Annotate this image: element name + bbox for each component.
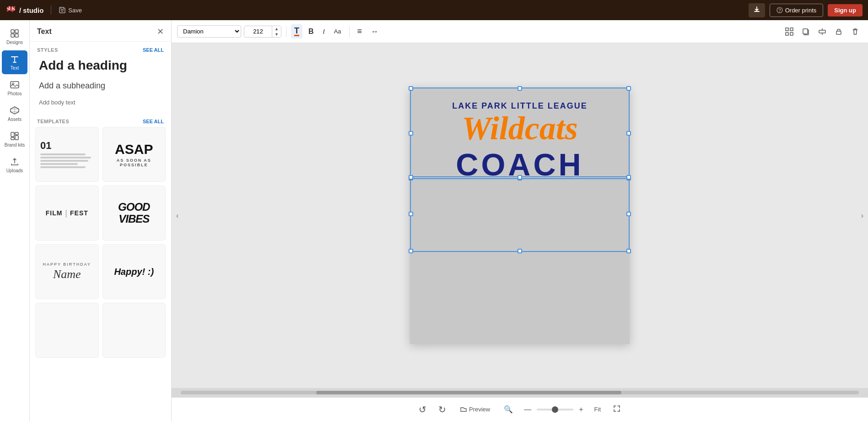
signup-button[interactable]: Sign up bbox=[828, 4, 863, 16]
sidebar-label-brand: Brand kits bbox=[5, 142, 25, 148]
canvas-arrow-left[interactable]: ‹ bbox=[173, 208, 182, 224]
zoom-search-button[interactable]: 🔍 bbox=[500, 403, 517, 416]
italic-button[interactable]: I bbox=[319, 25, 328, 38]
scrollbar-track[interactable] bbox=[181, 391, 859, 394]
tmpl-gv-line2: VIBES bbox=[118, 213, 150, 225]
svg-point-2 bbox=[779, 11, 780, 12]
scrollbar-thumb bbox=[316, 391, 621, 394]
templates-label: TEMPLATES bbox=[37, 119, 69, 124]
lock-button[interactable] bbox=[831, 25, 846, 38]
template-goodvibes[interactable]: GOOD VIBES bbox=[102, 186, 166, 241]
svg-rect-18 bbox=[803, 29, 808, 34]
template-placeholder-7[interactable] bbox=[35, 303, 99, 358]
top-nav: / studio Save Order prints Sign u bbox=[0, 0, 868, 20]
sidebar-label-uploads: Uploads bbox=[6, 168, 23, 173]
preview-label: Preview bbox=[469, 406, 490, 413]
tmpl-line-4 bbox=[40, 163, 78, 165]
font-size-up[interactable]: ▲ bbox=[272, 26, 281, 32]
order-prints-button[interactable]: Order prints bbox=[770, 4, 824, 17]
see-all-styles-button[interactable]: SEE ALL bbox=[143, 47, 164, 53]
template-asap[interactable]: ASAP AS SOON AS POSSIBLE bbox=[102, 127, 166, 182]
sidebar-label-designs: Designs bbox=[6, 40, 23, 45]
styles-section-header: STYLES SEE ALL bbox=[30, 42, 171, 55]
tmpl-lines bbox=[40, 153, 94, 168]
template-birthday-content: HAPPY BIRTHDAY Name bbox=[43, 262, 91, 281]
template-numbered-content: 01 bbox=[36, 135, 98, 174]
svg-rect-22 bbox=[836, 31, 841, 34]
template-placeholder-8[interactable] bbox=[102, 303, 166, 358]
align-button[interactable]: ≡ bbox=[354, 24, 366, 38]
expand-button[interactable] bbox=[609, 403, 625, 416]
sidebar-item-photos[interactable]: Photos bbox=[2, 76, 27, 100]
font-select[interactable]: Damion bbox=[177, 25, 241, 38]
template-happysmiley-content: Happy! :) bbox=[114, 267, 154, 277]
tmpl-filmfest-text2: FEST bbox=[70, 209, 88, 217]
font-size-arrows: ▲ ▼ bbox=[272, 26, 281, 37]
download-button[interactable] bbox=[749, 3, 765, 17]
tmpl-num: 01 bbox=[40, 140, 94, 152]
distribute-button[interactable] bbox=[815, 25, 830, 38]
svg-rect-12 bbox=[11, 137, 14, 140]
template-asap-content: ASAP AS SOON AS POSSIBLE bbox=[103, 142, 166, 167]
save-label: Save bbox=[68, 7, 82, 14]
close-panel-button[interactable]: ✕ bbox=[157, 27, 164, 37]
preview-button[interactable]: Preview bbox=[456, 404, 494, 416]
font-size-input[interactable] bbox=[244, 26, 272, 37]
save-button[interactable]: Save bbox=[59, 6, 82, 14]
sidebar-item-uploads[interactable]: Uploads bbox=[2, 153, 27, 177]
toolbar-divider-1 bbox=[286, 26, 286, 37]
sidebar-item-brand-kits[interactable]: Brand kits bbox=[2, 127, 27, 151]
sidebar-item-text[interactable]: Text bbox=[2, 50, 27, 74]
order-prints-label: Order prints bbox=[785, 7, 817, 14]
style-options: Add a heading Add a subheading Add body … bbox=[30, 55, 171, 109]
templates-grid: 01 ASAP AS SOON AS POSSIBLE bbox=[30, 127, 171, 363]
font-size-down[interactable]: ▼ bbox=[272, 32, 281, 37]
tmpl-gv-line1: GOOD bbox=[118, 201, 150, 213]
tmpl-line-2 bbox=[40, 157, 91, 159]
text-color-button[interactable]: T bbox=[291, 24, 302, 38]
case-button[interactable]: Aa bbox=[331, 26, 345, 37]
wildcats-text[interactable]: Wildcats bbox=[462, 112, 577, 145]
sidebar-item-assets[interactable]: Assets bbox=[2, 102, 27, 126]
toolbar-right bbox=[782, 25, 863, 38]
fit-button[interactable]: Fit bbox=[591, 404, 604, 415]
zoom-out-button[interactable]: — bbox=[521, 405, 534, 415]
coach-text[interactable]: COACH bbox=[456, 147, 583, 182]
body-style[interactable]: Add body text bbox=[35, 96, 166, 109]
toolbar: Damion ▲ ▼ T B I Aa ≡ ↔ bbox=[172, 20, 868, 43]
main-layout: Designs Text Photos Assets bbox=[0, 20, 868, 421]
tmpl-bday-name: Name bbox=[43, 268, 91, 281]
template-filmfest[interactable]: FILM | FEST bbox=[35, 186, 99, 241]
sidebar-label-photos: Photos bbox=[7, 91, 22, 96]
zoom-slider[interactable] bbox=[537, 409, 573, 410]
canvas-arrow-right[interactable]: › bbox=[857, 208, 867, 224]
svg-rect-4 bbox=[15, 30, 18, 33]
redo-button[interactable]: ↻ bbox=[435, 402, 450, 417]
tmpl-bday-top: HAPPY BIRTHDAY bbox=[43, 262, 91, 267]
delete-button[interactable] bbox=[848, 25, 863, 38]
league-name-text[interactable]: LAKE PARK LITTLE LEAGUE bbox=[452, 101, 588, 111]
subheading-style[interactable]: Add a subheading bbox=[35, 78, 166, 93]
zoom-in-button[interactable]: + bbox=[576, 405, 586, 415]
sidebar-icons: Designs Text Photos Assets bbox=[0, 20, 30, 421]
canvas-section: Damion ▲ ▼ T B I Aa ≡ ↔ bbox=[172, 20, 868, 421]
heading-style[interactable]: Add a heading bbox=[35, 55, 166, 76]
design-canvas: LAKE PARK LITTLE LEAGUE Wildcats COACH bbox=[410, 87, 630, 344]
svg-rect-15 bbox=[786, 33, 788, 35]
svg-rect-10 bbox=[15, 136, 18, 140]
template-numbered[interactable]: 01 bbox=[35, 127, 99, 182]
see-all-templates-button[interactable]: SEE ALL bbox=[143, 119, 164, 124]
bold-button[interactable]: B bbox=[305, 25, 317, 38]
spacing-button[interactable]: ↔ bbox=[368, 25, 382, 38]
template-happysmiley[interactable]: Happy! :) bbox=[102, 244, 166, 299]
grid-button[interactable] bbox=[782, 25, 797, 38]
tmpl-asap-sub: AS SOON AS POSSIBLE bbox=[103, 158, 166, 167]
undo-button[interactable]: ↺ bbox=[415, 402, 430, 417]
preview-control: Preview bbox=[456, 404, 494, 416]
templates-section-header: TEMPLATES SEE ALL bbox=[30, 113, 171, 127]
template-birthday[interactable]: HAPPY BIRTHDAY Name bbox=[35, 244, 99, 299]
copy-button[interactable] bbox=[798, 25, 813, 38]
zoom-control: — + bbox=[521, 405, 586, 415]
sidebar-item-designs[interactable]: Designs bbox=[2, 25, 27, 49]
svg-rect-6 bbox=[15, 34, 18, 37]
